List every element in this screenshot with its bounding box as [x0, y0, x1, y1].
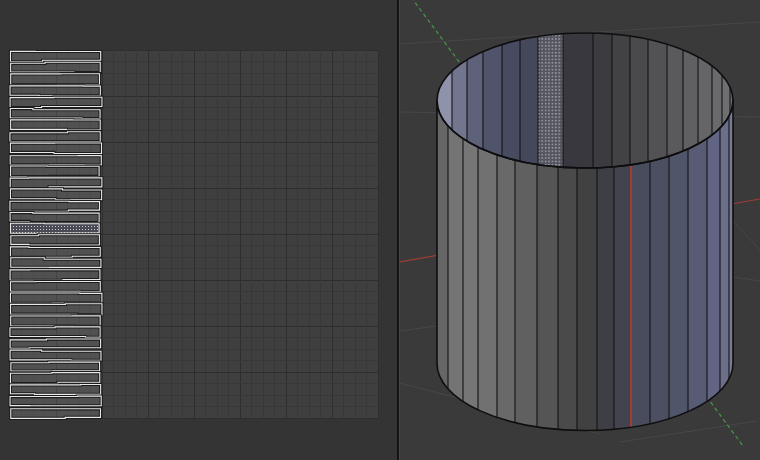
viewport-3d-panel[interactable] — [400, 0, 760, 460]
cylinder-inner-face[interactable] — [520, 31, 538, 172]
uv-face-strip-halo — [10, 327, 100, 338]
uv-face-strip-halo — [11, 362, 100, 371]
uv-face-strip-selected[interactable] — [10, 223, 99, 233]
uv-island — [10, 51, 102, 418]
uv-face-strip-halo — [11, 281, 101, 291]
uv-face-strip-halo — [10, 339, 100, 348]
cylinder-outer-face[interactable] — [448, 95, 463, 439]
uv-face-strip-halo — [11, 316, 100, 326]
uv-face-strip-halo — [11, 304, 102, 315]
uv-face-strip-halo — [11, 166, 100, 177]
uv-editor-canvas[interactable] — [0, 0, 397, 460]
uv-face-strip-halo — [10, 86, 100, 96]
cylinder-inner-face[interactable] — [502, 31, 520, 172]
uv-face-strip-halo — [10, 385, 100, 395]
cylinder-inner-face[interactable] — [667, 31, 683, 172]
uv-face-strip-halo — [10, 293, 101, 303]
cylinder-outer-face[interactable] — [707, 95, 720, 439]
uv-image-editor-panel[interactable] — [0, 0, 397, 460]
blender-window — [0, 0, 760, 460]
uv-face-strip-halo — [10, 156, 101, 165]
cylinder-inner-face[interactable] — [648, 31, 667, 172]
viewport-3d-canvas[interactable] — [400, 0, 760, 460]
uv-face-strip-halo — [10, 270, 100, 281]
uv-face-strip-halo — [11, 235, 100, 245]
cylinder-inner-face-selected[interactable] — [538, 31, 563, 172]
uv-face-strip-halo — [11, 120, 101, 130]
cylinder-inner-face[interactable] — [630, 31, 648, 172]
uv-face-strip-halo — [10, 396, 101, 406]
cylinder-inner-face[interactable] — [593, 31, 612, 172]
uv-face-strip-halo — [11, 74, 100, 85]
cylinder-inner-face[interactable] — [612, 31, 630, 172]
cylinder-inner-face[interactable] — [563, 31, 593, 172]
